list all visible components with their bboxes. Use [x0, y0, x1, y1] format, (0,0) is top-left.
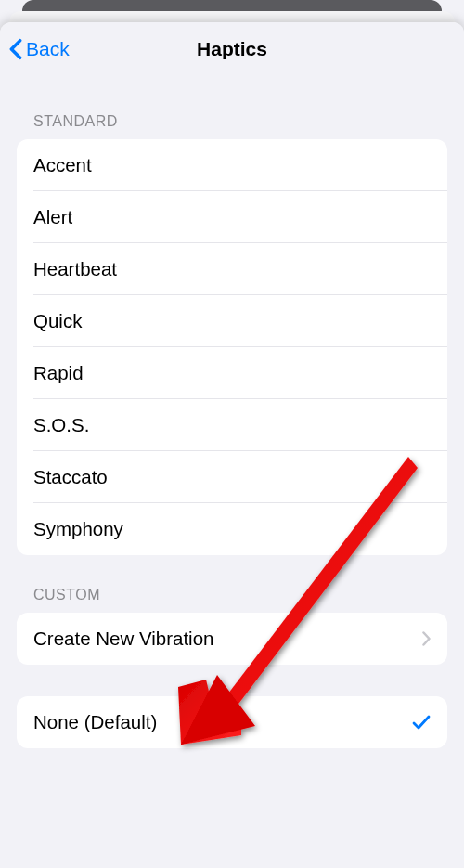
haptic-option-staccato[interactable]: Staccato [17, 451, 447, 503]
standard-list: Accent Alert Heartbeat Quick Rapid S.O.S… [17, 139, 447, 555]
list-item-label: S.O.S. [33, 414, 89, 436]
list-item-label: Accent [33, 154, 92, 176]
haptic-option-sos[interactable]: S.O.S. [17, 399, 447, 451]
checkmark-icon [412, 714, 431, 731]
list-item-label: Quick [33, 310, 82, 332]
section-header-standard: STANDARD [17, 76, 447, 139]
haptic-option-symphony[interactable]: Symphony [17, 503, 447, 555]
chevron-left-icon [9, 38, 22, 60]
list-item-label: Rapid [33, 362, 84, 384]
navigation-bar: Back Haptics [0, 22, 464, 76]
haptic-option-accent[interactable]: Accent [17, 139, 447, 191]
list-item-label: Symphony [33, 518, 123, 540]
list-item-label: Heartbeat [33, 258, 117, 280]
create-new-vibration-button[interactable]: Create New Vibration [17, 613, 447, 665]
haptic-option-none[interactable]: None (Default) [17, 696, 447, 748]
list-item-label: Alert [33, 206, 72, 228]
custom-list: Create New Vibration [17, 613, 447, 665]
haptic-option-quick[interactable]: Quick [17, 295, 447, 347]
haptic-option-alert[interactable]: Alert [17, 191, 447, 243]
section-header-custom: CUSTOM [17, 555, 447, 613]
haptic-option-heartbeat[interactable]: Heartbeat [17, 243, 447, 295]
default-list: None (Default) [17, 696, 447, 748]
settings-sheet: Back Haptics STANDARD Accent Alert Heart… [0, 22, 464, 868]
back-button[interactable]: Back [9, 38, 70, 60]
list-item-label: None (Default) [33, 711, 157, 733]
list-item-label: Staccato [33, 466, 108, 488]
list-item-label: Create New Vibration [33, 628, 213, 650]
haptic-option-rapid[interactable]: Rapid [17, 347, 447, 399]
spacer [17, 665, 447, 696]
content-area: STANDARD Accent Alert Heartbeat Quick Ra… [0, 76, 464, 748]
back-label: Back [26, 38, 70, 60]
page-title: Haptics [197, 38, 267, 60]
chevron-right-icon [422, 631, 431, 646]
